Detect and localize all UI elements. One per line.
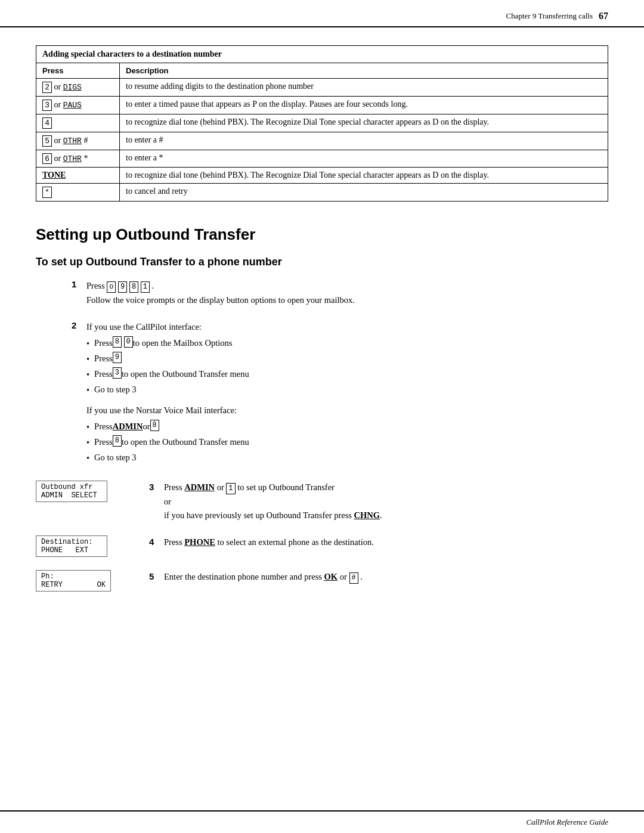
table-row: 3 or PAUS to enter a timed pause that ap…	[36, 96, 608, 114]
table-row: TONE to recognize dial tone (behind PBX)…	[36, 168, 608, 184]
step-3-or: or	[164, 495, 608, 509]
press-cell: 5 or OTHR #	[36, 132, 120, 150]
step-3-body: Press ADMIN or 1 to set up Outbound Tran…	[164, 481, 608, 522]
step-2-callpilot-bullets: Press 8 0 to open the Mailbox Options Pr…	[86, 336, 608, 398]
numbered-steps: 1 Press o 9 8 1 . Follow the voice promp…	[36, 279, 608, 467]
page-container: Chapter 9 Transferring calls 67 Adding s…	[0, 0, 644, 833]
table-title: Adding special characters to a destinati…	[36, 46, 608, 63]
bullet-item: Press 8 0 to open the Mailbox Options	[86, 336, 608, 351]
display-line1: Outbound xfr	[41, 483, 102, 491]
key-8b: 8	[150, 420, 159, 431]
special-chars-table: Adding special characters to a destinati…	[36, 45, 608, 202]
step-1-block: 1 Press o 9 8 1 . Follow the voice promp…	[72, 279, 608, 306]
desc-cell: to recognize dial tone (behind PBX). The…	[120, 168, 608, 184]
desc-cell: to enter a timed pause that appears as P…	[120, 96, 608, 114]
press-cell: 2 or DIGS	[36, 79, 120, 97]
step-3-number: 3	[149, 481, 164, 492]
key-1: 1	[226, 483, 235, 494]
step-5-body: Enter the destination phone number and p…	[164, 570, 608, 584]
display-line1: Ph:	[41, 572, 106, 581]
press-cell: *	[36, 184, 120, 202]
desc-cell: to cancel and retry	[120, 184, 608, 202]
col-header-press: Press	[36, 63, 120, 79]
bullet-item: Press 3 to open the Outbound Transfer me…	[86, 367, 608, 382]
desc-cell: to enter a #	[120, 132, 608, 150]
step-4-block: Destination: PHONE EXT 4 Press PHONE to …	[36, 535, 608, 557]
paus-key: PAUS	[63, 101, 82, 110]
key-8: 8	[113, 336, 122, 348]
chng-key: CHNG	[354, 510, 380, 520]
press-cell: TONE	[36, 168, 120, 184]
key-6: 6	[42, 153, 52, 165]
key-hash: #	[349, 572, 358, 584]
col-header-description: Description	[120, 63, 608, 79]
step-3-text: Press ADMIN or 1 to set up Outbound Tran…	[164, 481, 608, 494]
step-2-number: 2	[72, 320, 86, 330]
admin-key2: ADMIN	[184, 482, 215, 492]
key-0: 0	[124, 336, 133, 348]
key-9: 9	[113, 352, 122, 363]
page-header: Chapter 9 Transferring calls 67	[0, 0, 644, 27]
display-line1: Destination:	[41, 538, 102, 546]
steps-with-sidebar: Outbound xfr ADMIN SELECT 3 Press ADMIN …	[36, 481, 608, 592]
step-3-display: Outbound xfr ADMIN SELECT	[36, 481, 149, 502]
bullet-item: Go to step 3	[86, 451, 608, 465]
desc-cell: to enter a *	[120, 150, 608, 168]
step-2-block: 2 If you use the CallPilot interface: Pr…	[72, 320, 608, 468]
press-cell: 6 or OTHR *	[36, 150, 120, 168]
phone-key: PHONE	[184, 537, 215, 547]
step-5-display: Ph: RETRY OK	[36, 570, 149, 592]
or-text: or	[54, 136, 63, 145]
press-cell: 4	[36, 114, 120, 132]
step-1-text: Press o 9 8 1 .	[86, 279, 608, 293]
main-content: Adding special characters to a destinati…	[0, 27, 644, 810]
key-3: 3	[42, 100, 52, 111]
othr-key: OTHR	[63, 137, 82, 145]
desc-cell: to recognize dial tone (behind PBX). The…	[120, 114, 608, 132]
display-line2: PHONE EXT	[41, 546, 102, 555]
display-line2: RETRY OK	[41, 581, 106, 589]
key-4: 4	[42, 117, 52, 129]
step-3-block: Outbound xfr ADMIN SELECT 3 Press ADMIN …	[36, 481, 608, 522]
bullet-item: Press ADMIN or 8	[86, 420, 608, 434]
step-2-body: If you use the CallPilot interface: Pres…	[86, 320, 608, 468]
table-header-row: Press Description	[36, 63, 608, 79]
step-2-norstar-intro: If you use the Norstar Voice Mail interf…	[86, 404, 608, 417]
bullet-item: Press 8 to open the Outbound Transfer me…	[86, 435, 608, 450]
tone-key: TONE	[42, 171, 66, 179]
ok-key: OK	[324, 572, 338, 581]
header-page-number: 67	[599, 11, 608, 21]
key-1: 1	[141, 281, 150, 293]
step-1-body: Press o 9 8 1 . Follow the voice prompts…	[86, 279, 608, 306]
table-row: * to cancel and retry	[36, 184, 608, 202]
step-4-display: Destination: PHONE EXT	[36, 535, 149, 557]
step-1-follow-text: Follow the voice prompts or the display …	[86, 293, 608, 307]
table-title-row: Adding special characters to a destinati…	[36, 46, 608, 63]
step-2-norstar-bullets: Press ADMIN or 8 Press 8 to open the Out…	[86, 420, 608, 466]
key-2: 2	[42, 82, 52, 93]
step-5-block: Ph: RETRY OK 5 Enter the destination pho…	[36, 570, 608, 592]
bullet-item: Press 9	[86, 352, 608, 366]
admin-key: ADMIN	[113, 420, 143, 433]
digs-key: DIGS	[63, 83, 82, 92]
or-text: or	[54, 100, 63, 109]
key-5: 5	[42, 135, 52, 147]
table-row: 5 or OTHR # to enter a #	[36, 132, 608, 150]
table-row: 2 or DIGS to resume adding digits to the…	[36, 79, 608, 97]
section-heading: Setting up Outbound Transfer	[36, 225, 608, 244]
step-4-text: Press PHONE to select an external phone …	[164, 535, 608, 549]
bullet-item: Go to step 3	[86, 383, 608, 397]
desc-cell: to resume adding digits to the destinati…	[120, 79, 608, 97]
destination-display: Destination: PHONE EXT	[36, 535, 107, 557]
othr-key2: OTHR	[63, 154, 82, 163]
key-o: o	[107, 281, 116, 293]
key-9: 9	[118, 281, 127, 293]
table-row: 4 to recognize dial tone (behind PBX). T…	[36, 114, 608, 132]
ph-display: Ph: RETRY OK	[36, 570, 111, 592]
key-8: 8	[129, 281, 138, 293]
press-cell: 3 or PAUS	[36, 96, 120, 114]
step-3-alt: if you have previously set up Outbound T…	[164, 509, 608, 522]
sub-heading: To set up Outbound Transfer to a phone n…	[36, 256, 608, 268]
step-4-number: 4	[149, 535, 164, 547]
step-1-number: 1	[72, 279, 86, 289]
